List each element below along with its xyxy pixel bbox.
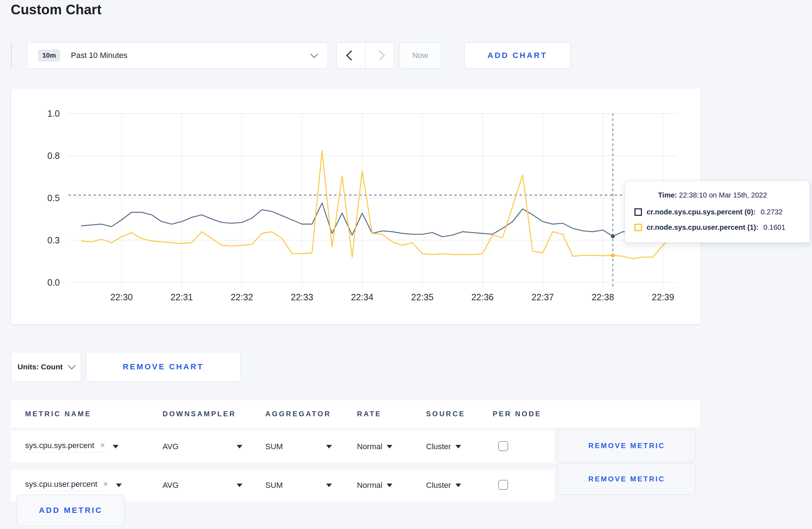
- source-select[interactable]: Cluster: [426, 481, 493, 490]
- series-sys-swatch-icon: [634, 208, 642, 216]
- per-node-checkbox[interactable]: [498, 441, 508, 451]
- controls-divider: [11, 42, 12, 69]
- header-rate: RATE: [357, 410, 426, 418]
- chevron-left-icon: [346, 50, 356, 60]
- time-prev-button[interactable]: [337, 42, 366, 69]
- svg-text:22:36: 22:36: [471, 292, 494, 302]
- tooltip-time: Time: 22:38:10 on Mar 15th, 2022: [658, 191, 800, 199]
- metrics-table-header: METRIC NAME DOWNSAMPLER AGGREGATOR RATE …: [11, 400, 700, 427]
- time-range-badge: 10m: [38, 49, 60, 62]
- units-label: Units: Count: [18, 363, 63, 371]
- add-metric-button[interactable]: ADD METRIC: [17, 495, 125, 526]
- chevron-down-icon: [68, 362, 76, 369]
- metric-name-value: sys.cpu.user.percent: [25, 480, 97, 489]
- tooltip-time-value: 22:38:10 on Mar 15th, 2022: [679, 191, 767, 199]
- caret-down-icon: [116, 484, 122, 487]
- header-source: SOURCE: [426, 410, 493, 418]
- svg-text:22:37: 22:37: [531, 292, 554, 302]
- clear-icon[interactable]: ×: [103, 480, 108, 488]
- header-per-node: PER NODE: [493, 410, 554, 418]
- svg-text:22:30: 22:30: [110, 292, 133, 302]
- page-title: Custom Chart: [11, 2, 102, 18]
- svg-text:22:31: 22:31: [170, 292, 193, 302]
- caret-down-icon: [237, 445, 242, 448]
- header-downsampler: DOWNSAMPLER: [163, 410, 265, 418]
- clear-icon[interactable]: ×: [100, 441, 105, 450]
- tooltip-series-value: 0.1601: [763, 223, 785, 232]
- metric-name-value: sys.cpu.sys.percent: [25, 441, 94, 450]
- downsampler-value: AVG: [163, 442, 179, 451]
- caret-down-icon: [237, 484, 242, 487]
- downsampler-select[interactable]: AVG: [163, 442, 265, 451]
- aggregator-value: SUM: [265, 481, 283, 490]
- aggregator-select[interactable]: SUM: [265, 481, 357, 490]
- svg-text:22:33: 22:33: [291, 292, 313, 302]
- remove-metric-button[interactable]: REMOVE METRIC: [558, 463, 696, 495]
- rate-select[interactable]: Normal: [357, 442, 426, 451]
- table-row: sys.cpu.sys.percent × AVG SUM Normal Clu…: [11, 431, 554, 462]
- units-select[interactable]: Units: Count: [11, 352, 81, 382]
- svg-text:0.8: 0.8: [47, 151, 60, 161]
- tooltip-series-name: cr.node.sys.cpu.user.percent (1):: [647, 223, 758, 232]
- time-range-label: Past 10 Minutes: [71, 51, 127, 60]
- tooltip-time-label: Time:: [658, 191, 677, 199]
- chart-card: 0.00.30.50.81.022:3022:3122:3222:3322:34…: [11, 88, 701, 324]
- per-node-cell: [493, 441, 554, 452]
- chart-tooltip: Time: 22:38:10 on Mar 15th, 2022 cr.node…: [625, 181, 810, 243]
- line-chart[interactable]: 0.00.30.50.81.022:3022:3122:3222:3322:34…: [11, 88, 701, 324]
- rate-value: Normal: [357, 481, 382, 490]
- chevron-down-icon: [310, 50, 318, 58]
- header-aggregator: AGGREGATOR: [265, 410, 357, 418]
- svg-text:1.0: 1.0: [47, 108, 60, 118]
- rate-value: Normal: [357, 442, 382, 451]
- svg-text:22:38: 22:38: [591, 292, 614, 302]
- aggregator-value: SUM: [265, 442, 283, 451]
- downsampler-value: AVG: [163, 481, 179, 490]
- caret-down-icon: [455, 445, 461, 448]
- svg-text:0.5: 0.5: [47, 193, 60, 203]
- add-chart-button[interactable]: ADD CHART: [464, 42, 570, 69]
- per-node-checkbox[interactable]: [498, 480, 508, 490]
- downsampler-select[interactable]: AVG: [163, 481, 265, 490]
- metric-name-select[interactable]: sys.cpu.sys.percent ×: [25, 441, 163, 452]
- tooltip-series-name: cr.node.sys.cpu.sys.percent (0):: [647, 208, 756, 216]
- caret-down-icon: [113, 445, 119, 448]
- svg-text:22:35: 22:35: [411, 292, 434, 302]
- metric-name-select[interactable]: sys.cpu.user.percent ×: [25, 480, 163, 491]
- header-metric-name: METRIC NAME: [25, 410, 163, 418]
- svg-text:22:32: 22:32: [231, 292, 253, 302]
- source-value: Cluster: [426, 442, 451, 451]
- now-button[interactable]: Now: [399, 42, 441, 69]
- source-value: Cluster: [426, 481, 451, 490]
- chevron-right-icon: [374, 50, 385, 60]
- per-node-cell: [493, 480, 554, 491]
- caret-down-icon: [455, 484, 461, 487]
- svg-text:22:34: 22:34: [351, 292, 373, 302]
- rate-select[interactable]: Normal: [357, 481, 426, 490]
- remove-metric-button[interactable]: REMOVE METRIC: [558, 429, 696, 462]
- time-next-button[interactable]: [365, 42, 394, 69]
- tooltip-series-row: cr.node.sys.cpu.user.percent (1): 0.1601: [634, 223, 800, 232]
- time-range-select[interactable]: 10m Past 10 Minutes: [27, 42, 328, 69]
- caret-down-icon: [326, 445, 332, 448]
- svg-text:0.3: 0.3: [47, 235, 60, 245]
- tooltip-series-row: cr.node.sys.cpu.sys.percent (0): 0.2732: [634, 208, 800, 216]
- source-select[interactable]: Cluster: [426, 442, 493, 451]
- remove-chart-button[interactable]: REMOVE CHART: [86, 352, 241, 382]
- caret-down-icon: [326, 484, 332, 487]
- series-user-swatch-icon: [634, 224, 642, 231]
- tooltip-series-value: 0.2732: [761, 208, 783, 216]
- aggregator-select[interactable]: SUM: [265, 442, 357, 451]
- caret-down-icon: [387, 484, 392, 487]
- caret-down-icon: [387, 445, 392, 448]
- svg-text:22:39: 22:39: [652, 292, 675, 302]
- svg-text:0.0: 0.0: [47, 277, 60, 287]
